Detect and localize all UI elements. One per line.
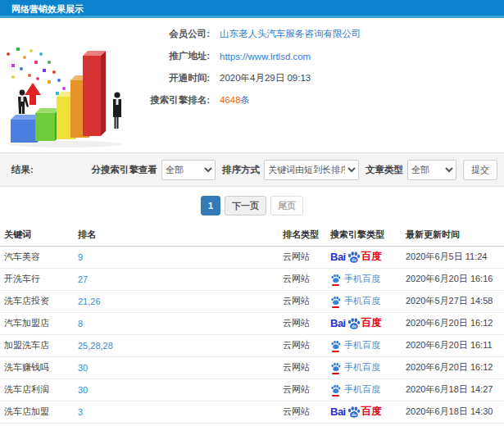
rank-type-cell: 云网站 — [279, 334, 326, 356]
info-value: https://www.lrtlsd.com — [220, 52, 311, 61]
last-page-button[interactable]: 尾页 — [270, 196, 303, 215]
keyword-cell: 开洗车行 — [0, 268, 74, 290]
engine-cell: Bai du 百度 手机百度 — [326, 312, 402, 334]
baidu-mobile-label: 手机百度 — [344, 339, 380, 351]
rank-cell: 27 — [74, 268, 279, 290]
keyword-cell: 汽车加盟店 — [0, 312, 74, 334]
rank-cell: 9 — [74, 246, 279, 268]
baidu-logo-cn-text: 百度 — [361, 405, 382, 419]
rank-cell: 8 — [74, 312, 279, 334]
engine-cell: Bai du 百度 手机百度 — [326, 268, 402, 290]
baidu-mobile-logo: 手机百度 — [330, 273, 397, 286]
info-value-link[interactable]: 山东老人头汽车服务咨询有限公司 — [220, 29, 361, 39]
member-info-row: 会员公司: 山东老人头汽车服务咨询有限公司 — [146, 23, 361, 45]
baidu-mobile-label: 手机百度 — [344, 361, 380, 374]
baidu-mobile-label: 手机百度 — [344, 383, 380, 396]
table-row: 汽车美容 9 云网站 Bai du 百度 — [0, 246, 504, 268]
table-row: 汽车加盟店 8 云网站 Bai du 百度 — [0, 312, 504, 334]
next-page-button[interactable]: 下一页 — [225, 196, 266, 215]
info-value: 山东老人头汽车服务咨询有限公司 — [220, 28, 361, 40]
article-type-select[interactable]: 全部 — [407, 160, 456, 180]
rank-link[interactable]: 27 — [78, 274, 88, 284]
rank-type-cell: 云网站 — [279, 246, 326, 268]
baidu-logo-cn-text: 百度 — [361, 250, 382, 264]
member-summary-section: 会员公司: 山东老人头汽车服务咨询有限公司 推广地址: https://www.… — [0, 18, 504, 152]
info-label: 推广地址: — [146, 50, 210, 62]
keyword-cell: 洗车店投资 — [0, 290, 74, 312]
table-row: 洗车店加盟 3 云网站 Bai du 百度 — [0, 401, 504, 423]
col-header-keyword: 关键词 — [0, 224, 74, 246]
baidu-mobile-label: 手机百度 — [344, 273, 380, 285]
rank-cell: 21,26 — [74, 290, 279, 312]
table-header-row: 关键词 排名 排名类型 搜索引擎类型 最新更新时间 — [0, 224, 504, 246]
submit-button[interactable]: 提交 — [463, 160, 497, 180]
pagination: 1 下一页 尾页 — [0, 187, 504, 224]
rank-type-cell: 云网站 — [279, 312, 326, 334]
rank-link[interactable]: 3 — [78, 407, 83, 417]
updated-cell: 2020年6月20日 16:11 — [402, 334, 504, 356]
engine-cell: Bai du 百度 手机百度 — [326, 378, 402, 401]
updated-cell: 2020年6月5日 11:24 — [402, 246, 504, 268]
ranking-count: 4648 — [220, 95, 241, 105]
baidu-logo-text: Bai — [330, 317, 346, 329]
engine-filter-select[interactable]: 全部 — [161, 160, 216, 180]
member-info-row: 搜索引擎排名: 4648条 — [146, 89, 361, 111]
rank-type-cell: 云网站 — [279, 401, 326, 423]
baidu-mobile-logo: 手机百度 — [330, 383, 397, 397]
growth-chart-illustration — [0, 20, 141, 151]
col-header-updated: 最新更新时间 — [402, 224, 504, 246]
table-row: 洗车店利润 30 云网站 Bai du 百度 — [0, 378, 504, 401]
rank-cell: 3 — [74, 401, 279, 423]
table-row: 洗车店投资 21,26 云网站 Bai du 百度 — [0, 290, 504, 312]
baidu-pc-logo: Bai du 百度 — [330, 250, 397, 264]
rank-type-cell: 云网站 — [279, 378, 326, 401]
results-table-body: 汽车美容 9 云网站 Bai du 百度 — [0, 246, 504, 423]
page-1-button[interactable]: 1 — [201, 196, 220, 215]
bar-red — [83, 51, 106, 136]
engine-cell: Bai du 百度 手机百度 — [326, 356, 402, 378]
baidu-paw-icon: du — [347, 405, 361, 419]
results-table: 关键词 排名 排名类型 搜索引擎类型 最新更新时间 汽车美容 9 云网站 Bai… — [0, 224, 504, 424]
baidu-mobile-paw-icon — [330, 273, 341, 286]
col-header-engine-type: 搜索引擎类型 — [326, 224, 402, 246]
baidu-mobile-paw-icon — [330, 383, 341, 397]
svg-text:du: du — [352, 413, 356, 417]
baidu-mobile-logo: 手机百度 — [330, 295, 397, 308]
info-label: 开通时间: — [146, 72, 210, 84]
rank-link[interactable]: 9 — [78, 252, 83, 262]
updated-cell: 2020年6月18日 14:27 — [402, 378, 504, 401]
engine-cell: Bai du 百度 手机百度 — [326, 401, 402, 423]
info-value: 2020年4月29日 09:13 — [220, 72, 311, 84]
businessman-right — [113, 92, 121, 129]
member-info-row: 推广地址: https://www.lrtlsd.com — [146, 45, 361, 67]
page-title: 网络营销效果展示 — [11, 4, 84, 14]
baidu-mobile-paw-icon — [330, 361, 341, 374]
baidu-pc-logo: Bai du 百度 — [330, 405, 397, 419]
keyword-cell: 洗车赚钱吗 — [0, 356, 74, 378]
col-header-rank-type: 排名类型 — [279, 224, 326, 246]
keyword-cell: 加盟洗车店 — [0, 334, 74, 356]
sort-filter-select[interactable]: 关键词由短到长排序 — [264, 160, 359, 180]
info-value-link[interactable]: https://www.lrtlsd.com — [220, 52, 311, 61]
rank-type-cell: 云网站 — [279, 268, 326, 290]
baidu-mobile-label: 手机百度 — [344, 295, 380, 307]
filter-bar: 结果: 分搜索引擎查看 全部 排序方式 关键词由短到长排序 文章类型 全部 提交 — [0, 152, 504, 187]
baidu-logo-cn-text: 百度 — [361, 316, 382, 330]
baidu-pc-logo: Bai du 百度 — [330, 316, 397, 330]
rank-link[interactable]: 21,26 — [78, 297, 101, 306]
keyword-cell: 洗车店利润 — [0, 378, 74, 401]
rank-link[interactable]: 30 — [78, 363, 88, 373]
article-type-label: 文章类型 — [366, 164, 403, 176]
result-label: 结果: — [11, 164, 34, 176]
rank-link[interactable]: 8 — [78, 319, 83, 329]
updated-cell: 2020年6月20日 16:12 — [402, 312, 504, 334]
rank-link[interactable]: 30 — [78, 385, 88, 395]
table-row: 加盟洗车店 25,28,28 云网站 Bai du 百度 — [0, 334, 504, 356]
table-row: 开洗车行 27 云网站 Bai du 百度 — [0, 268, 504, 290]
baidu-mobile-paw-icon — [330, 295, 341, 308]
rank-link[interactable]: 25,28,28 — [78, 341, 113, 351]
bar-green — [35, 108, 60, 141]
rank-cell: 30 — [74, 378, 279, 401]
engine-cell: Bai du 百度 手机百度 — [326, 290, 402, 312]
baidu-mobile-paw-icon — [330, 339, 341, 352]
